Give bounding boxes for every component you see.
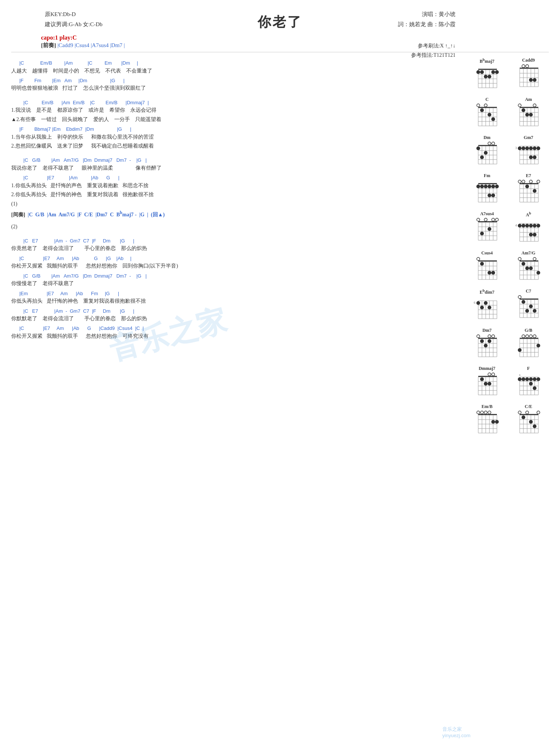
lyric-line: |C G/B |Am Am7/G |Dm Dmmaj7 Dm7 - |G | (11, 272, 459, 280)
svg-point-296 (492, 373, 495, 376)
chord-diagram-Bbmaj7: Bbmaj7 (469, 58, 505, 92)
svg-point-333 (495, 420, 499, 424)
svg-point-80 (488, 142, 491, 145)
intro-line: [前奏] |Cadd9 |Csus4 |A7sus4 |Dm7 | (41, 42, 549, 49)
lyric-line: 1.当年你从我脸上 剥夺的快乐 和撒在我心里洗不掉的苦涩 (11, 133, 459, 141)
svg-point-84 (492, 142, 495, 145)
chord-diagram-Cadd9: Cadd9 (510, 58, 547, 92)
svg-point-174 (522, 224, 525, 228)
svg-point-82 (480, 155, 484, 159)
page: 你老了 原KEY:Db-D 建议男调:G-Ab 女:C-Db 演唱：黄小琥 詞：… (0, 0, 560, 745)
lyric-line: 人越大 越懂得 时间是小的 不想见 不代表 不会重逢了 (11, 67, 459, 75)
chord-diagrams: Bbmaj7Cadd9CAmDmGm73FmE7A7sus4Ab4Csus4Am… (467, 56, 549, 439)
meta-left: 原KEY:Db-D 建议男调:G-Ab 女:C-Db (45, 9, 103, 30)
lyric-line: (2) (11, 223, 459, 231)
lyrics-section: |C Em/B |Am |C Em |Dm |人越大 越懂得 时间是小的 不想见… (11, 56, 467, 439)
svg-point-156 (492, 218, 495, 221)
lyric-line: ▲2.有些事 一错过 回头就晚了 爱的人 一分手 只能遥望着 (11, 115, 459, 124)
svg-point-300 (480, 377, 484, 381)
svg-point-247 (518, 296, 521, 299)
svg-point-31 (529, 78, 533, 82)
svg-point-30 (533, 78, 536, 82)
svg-point-98 (522, 146, 525, 150)
intro-label: [前奏] (41, 42, 56, 48)
chord-diagram-Ebdim7: Ebdim76 (469, 288, 505, 323)
svg-point-278 (536, 344, 540, 347)
svg-point-102 (536, 146, 540, 150)
svg-point-195 (480, 262, 484, 266)
svg-point-178 (536, 224, 540, 228)
svg-point-280 (529, 335, 532, 338)
svg-point-48 (484, 104, 487, 107)
svg-point-101 (533, 146, 536, 150)
svg-point-209 (536, 271, 540, 275)
svg-point-282 (522, 335, 525, 338)
svg-point-97 (518, 146, 522, 150)
strum-info: 参考刷法:X ↑_↑↓ 参考指法:T121T121 (411, 41, 455, 60)
svg-point-299 (488, 382, 491, 386)
lyric-line: 你松开又握紧 我颤抖的双手 忽然好想抱你 回到你胸口(以下升半音) (11, 262, 459, 270)
svg-point-283 (518, 348, 522, 352)
svg-point-104 (533, 155, 536, 159)
svg-point-180 (533, 233, 536, 237)
svg-point-315 (525, 377, 529, 381)
chord-diagram-Ab: Ab4 (510, 211, 547, 246)
lyric-line: 你默默老了 老得会流泪了 手心里的眷恋 那么的炽热 (11, 315, 459, 323)
svg-point-12 (476, 70, 480, 74)
svg-point-142 (518, 180, 521, 183)
lyric-line: 你竟然老了 老得会流泪了 手心里的眷恋 那么的炽热 (11, 244, 459, 253)
lyric-line: 我说你老了 老得不跋扈了 眼神里的温柔 像有些醉了 (11, 164, 459, 172)
lyric-line: 2.忽然回忆像暖风 送来了旧梦 我不确定自己想睡着或醒着 (11, 142, 459, 150)
svg-point-316 (529, 377, 533, 381)
svg-text:4: 4 (515, 223, 517, 227)
chord-diagram-F: Fx (510, 366, 547, 399)
svg-point-173 (518, 224, 522, 228)
svg-point-118 (480, 185, 484, 188)
svg-point-119 (484, 185, 488, 188)
svg-point-262 (484, 344, 488, 347)
svg-point-50 (477, 104, 480, 107)
svg-point-281 (526, 335, 529, 338)
svg-point-17 (495, 70, 499, 74)
lyric-line (11, 56, 459, 58)
chord-diagram-EmB: Em/B (469, 404, 505, 438)
svg-point-66 (522, 108, 525, 112)
lyric-line: |F Bbmaj7 |Em Ebdim7 |Dm |G | (11, 126, 459, 133)
svg-point-334 (491, 420, 495, 424)
svg-point-83 (476, 146, 480, 150)
chord-diagram-Dm: Dm (469, 135, 505, 169)
credits: 詞：姚若龙 曲：陈小霞 (398, 19, 455, 30)
svg-point-352 (533, 424, 536, 428)
chord-diagram-Fm: Fm (469, 173, 505, 207)
svg-point-351 (537, 411, 540, 414)
chord-diagram-Am: Am (510, 97, 547, 130)
svg-point-354 (526, 411, 529, 414)
svg-point-320 (533, 386, 536, 390)
lyric-line: (1) (11, 200, 459, 208)
original-key: 原KEY:Db-D (45, 9, 103, 19)
lyric-line: 你松开又握紧 我颤抖的双手 忽然好想抱你 可终究没有 (11, 332, 459, 340)
svg-point-64 (529, 113, 533, 117)
intro-chords: |Cadd9 |Csus4 |A7sus4 |Dm7 | (57, 42, 125, 48)
lyric-line: 你慢慢老了 老得不跋扈了 (11, 279, 459, 288)
svg-point-14 (484, 75, 488, 78)
svg-point-155 (495, 218, 498, 221)
svg-point-338 (477, 411, 480, 414)
capo-text: capo:1 play:C (41, 34, 77, 41)
svg-point-337 (480, 411, 483, 414)
svg-point-13 (480, 70, 484, 74)
svg-point-99 (525, 146, 529, 150)
svg-point-336 (484, 411, 487, 414)
svg-point-179 (529, 233, 533, 237)
svg-point-196 (477, 257, 480, 260)
chord-diagram-A7sus4: A7sus4 (469, 211, 505, 246)
lyric-line: 2.你低头再抬头 是忏悔的神色 重复对我说着 很抱歉很不捨 (11, 191, 459, 199)
svg-point-137 (537, 180, 540, 183)
svg-point-319 (529, 382, 533, 386)
chord-diagram-Dmmaj7: Dmmaj7 (469, 366, 505, 399)
svg-point-261 (488, 335, 491, 338)
svg-point-314 (522, 377, 525, 381)
lyric-line: |C Em/B |Am |C Em |Dm | (11, 59, 459, 67)
svg-point-175 (525, 224, 529, 228)
svg-point-138 (533, 189, 536, 193)
